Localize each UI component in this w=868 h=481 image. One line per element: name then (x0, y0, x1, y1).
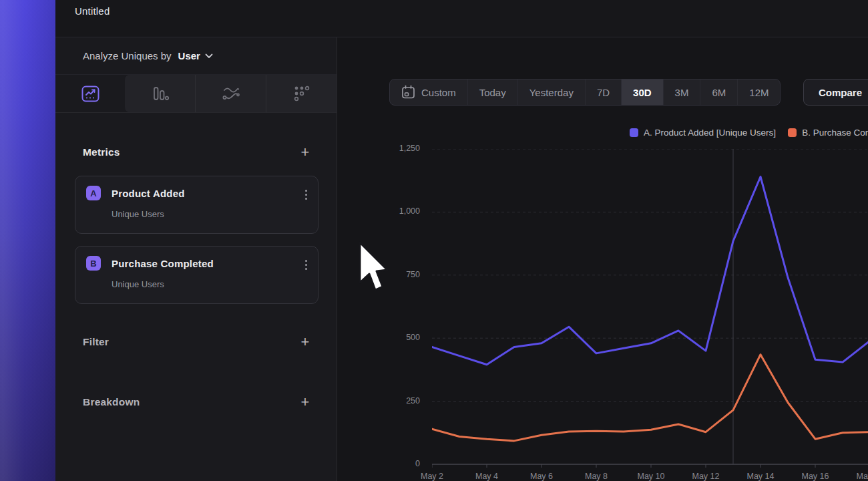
range-3m[interactable]: 3M (663, 79, 700, 105)
filter-header: Filter + (75, 335, 318, 349)
x-tick-label: May 2 (405, 472, 459, 481)
add-breakdown-button[interactable]: + (296, 393, 314, 412)
range-12m[interactable]: 12M (737, 79, 780, 105)
chart-panel: CustomTodayYesterday7D30D3M6M12M Compare… (337, 37, 868, 481)
metric-measurement[interactable]: Unique Users (75, 279, 318, 289)
chart-type-tabs (55, 75, 337, 113)
tab-flows[interactable] (195, 75, 266, 112)
flows-icon (222, 86, 240, 102)
analyze-by-row: Analyze Uniques by User (55, 37, 337, 75)
metric-measurement[interactable]: Unique Users (75, 209, 318, 219)
metric-card-a[interactable]: A Product Added Unique Users (75, 176, 318, 234)
metric-badge-b: B (86, 256, 101, 271)
metrics-section: Metrics + A Product Added Unique Users B… (75, 145, 318, 410)
y-tick-label: 1,250 (380, 144, 420, 153)
range-6m[interactable]: 6M (700, 79, 737, 105)
report-title[interactable]: Untitled (75, 5, 110, 17)
chart-legend: A. Product Added [Unique Users]B. Purcha… (630, 128, 868, 138)
y-tick-label: 1,000 (380, 206, 420, 216)
x-tick-label: May 14 (734, 472, 787, 481)
mouse-cursor (358, 241, 389, 292)
line-chart[interactable] (432, 149, 868, 470)
x-tick-label: May 18 (843, 472, 868, 481)
x-tick-label: May 6 (515, 472, 568, 481)
range-yesterday[interactable]: Yesterday (517, 79, 585, 105)
chevron-down-icon[interactable] (205, 53, 213, 59)
tab-line-chart[interactable] (55, 75, 125, 112)
x-tick-label: May 10 (624, 472, 678, 481)
add-filter-button[interactable]: + (296, 333, 314, 351)
metrics-header: Metrics + (75, 145, 318, 160)
range-30d[interactable]: 30D (621, 79, 663, 105)
x-tick-label: May 4 (460, 472, 513, 481)
line-chart-icon (81, 86, 99, 102)
series-line-a[interactable] (432, 177, 868, 365)
legend-label: A. Product Added [Unique Users] (644, 128, 776, 138)
compare-button[interactable]: Compare (803, 79, 868, 106)
date-range-selector: CustomTodayYesterday7D30D3M6M12M (389, 79, 781, 106)
tab-bar-chart[interactable] (125, 75, 195, 112)
legend-item-a[interactable]: A. Product Added [Unique Users] (630, 128, 776, 138)
calendar-icon (401, 85, 415, 100)
x-tick-label: May 16 (789, 472, 842, 481)
breakdown-title: Breakdown (75, 396, 140, 408)
y-tick-label: 250 (380, 396, 420, 406)
query-sidebar: Analyze Uniques by User (55, 37, 337, 481)
x-tick-label: May 12 (679, 472, 732, 481)
chart-type-tab-group (125, 75, 337, 112)
y-tick-label: 0 (380, 459, 420, 468)
add-metric-button[interactable]: + (296, 143, 314, 162)
metric-options-icon[interactable] (305, 190, 307, 200)
metric-card-b[interactable]: B Purchase Completed Unique Users (75, 246, 318, 304)
metric-badge-a: A (86, 186, 101, 200)
top-bar: Untitled (55, 0, 868, 37)
legend-swatch (788, 128, 797, 137)
decorative-gradient-strip (0, 0, 55, 481)
tab-retention[interactable] (266, 75, 337, 112)
breakdown-header: Breakdown + (75, 395, 318, 410)
analyze-by-value[interactable]: User (178, 50, 200, 61)
legend-item-b[interactable]: B. Purchase Completed [Unique Users] (788, 128, 868, 138)
bar-chart-icon (151, 86, 170, 102)
filter-title: Filter (75, 336, 109, 348)
x-tick-label: May 8 (570, 472, 623, 481)
series-line-b[interactable] (432, 355, 868, 441)
range-today[interactable]: Today (467, 79, 517, 105)
legend-swatch (630, 128, 638, 137)
metric-name[interactable]: Purchase Completed (112, 258, 214, 269)
range-custom[interactable]: Custom (390, 79, 467, 105)
y-tick-label: 500 (380, 333, 420, 342)
analyze-by-label: Analyze Uniques by (83, 50, 172, 61)
metrics-title: Metrics (75, 146, 120, 158)
legend-label: B. Purchase Completed [Unique Users] (802, 128, 868, 138)
range-7d[interactable]: 7D (585, 79, 621, 105)
metric-options-icon[interactable] (305, 260, 307, 270)
retention-grid-icon (293, 85, 310, 102)
app-window: Untitled Analyze Uniques by User (0, 0, 868, 481)
metric-name[interactable]: Product Added (112, 188, 185, 199)
